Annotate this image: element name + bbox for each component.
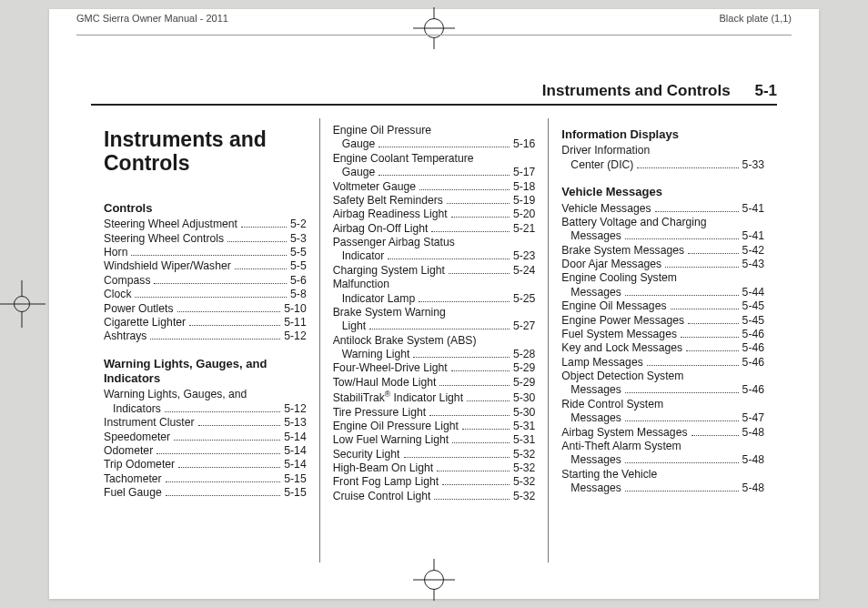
toc-entry-page: 5-17 xyxy=(513,166,535,179)
toc-entry: Messages5-41 xyxy=(561,229,764,243)
toc-leader-dots xyxy=(177,303,281,312)
toc-entry-label: Vehicle Messages xyxy=(561,202,651,216)
toc-entry-page: 5-46 xyxy=(742,383,764,397)
toc-entry-label: Speedometer xyxy=(104,431,170,444)
toc-entry-label: Battery Voltage and Charging xyxy=(561,216,706,229)
toc-entry-label: Indicator xyxy=(333,249,385,263)
toc-entry-label: Gauge xyxy=(333,166,376,179)
toc-entry: Gauge5-16 xyxy=(333,137,536,151)
toc-entry-page: 5-14 xyxy=(284,431,306,444)
toc-entry-page: 5-19 xyxy=(513,194,535,208)
toc-section-heading: Warning Lights, Gauges, and Indicators xyxy=(104,357,307,387)
toc-entry-label: Airbag On-Off Light xyxy=(333,222,429,236)
toc-entry-page: 5-10 xyxy=(284,302,306,316)
toc-entry-page: 5-6 xyxy=(290,274,307,288)
toc-entry: Steering Wheel Adjustment5-2 xyxy=(104,218,307,231)
toc-entry-label: Messages xyxy=(561,286,621,299)
toc-entry-label: Low Fuel Warning Light xyxy=(333,433,449,447)
toc-entry-label: Instrument Cluster xyxy=(104,416,195,430)
toc-entry-label: Antilock Brake System (ABS) xyxy=(333,334,477,348)
toc-leader-dots xyxy=(688,245,738,254)
toc-entry: Instrument Cluster5-13 xyxy=(104,416,307,430)
toc-entry-page: 5-30 xyxy=(513,391,535,405)
registration-mark-bottom xyxy=(413,559,455,601)
toc-leader-dots xyxy=(447,195,510,204)
toc-entry: Warning Light5-28 xyxy=(333,348,536,361)
toc-entry: Airbag Readiness Light5-20 xyxy=(333,208,536,221)
toc-entry: Driver Information xyxy=(561,144,764,157)
toc-leader-dots xyxy=(150,331,280,340)
toc-entry: Messages5-48 xyxy=(561,481,764,495)
toc-leader-dots xyxy=(388,251,510,260)
toc-entry-label: Messages xyxy=(561,481,621,495)
toc-entry-label: Fuel Gauge xyxy=(104,486,162,500)
toc-entry: Ashtrays5-12 xyxy=(104,329,307,343)
toc-entry: Vehicle Messages5-41 xyxy=(561,202,764,216)
toc-leader-dots xyxy=(625,455,739,464)
toc-entry: Speedometer5-14 xyxy=(104,431,307,444)
toc-entry: Steering Wheel Controls5-3 xyxy=(104,232,307,246)
toc-leader-dots xyxy=(671,300,739,309)
toc-entry-label: Horn xyxy=(104,246,127,259)
toc-leader-dots xyxy=(434,491,510,500)
toc-entry-label: Brake System Messages xyxy=(561,244,684,258)
toc-leader-dots xyxy=(429,407,510,416)
toc-entry-label: Gauge xyxy=(333,137,376,151)
toc-entry: Antilock Brake System (ABS) xyxy=(333,334,536,348)
toc-entry-page: 5-41 xyxy=(742,229,764,243)
toc-entry: Clock5-8 xyxy=(104,288,307,301)
toc-section-heading: Vehicle Messages xyxy=(561,185,764,199)
toc-entry-page: 5-28 xyxy=(513,348,535,361)
toc-entry-label: Steering Wheel Controls xyxy=(104,232,224,246)
toc-entry-page: 5-42 xyxy=(742,244,764,258)
toc-entry: Cruise Control Light5-32 xyxy=(333,490,536,503)
toc-entry-label: Driver Information xyxy=(561,144,650,157)
toc-entry-page: 5-41 xyxy=(742,202,764,216)
toc-leader-dots xyxy=(419,181,510,190)
toc-entry: Tire Pressure Light5-30 xyxy=(333,406,536,420)
toc-entry: Light5-27 xyxy=(333,319,536,333)
toc-leader-dots xyxy=(404,449,510,458)
toc-entry-label: Messages xyxy=(561,383,621,397)
toc-entry: Charging System Light5-24 xyxy=(333,264,536,278)
toc-entry: Engine Oil Messages5-45 xyxy=(561,299,764,313)
toc-entry-page: 5-48 xyxy=(742,481,764,495)
toc-entry-label: Power Outlets xyxy=(104,302,174,316)
toc-entry: Front Fog Lamp Light5-32 xyxy=(333,475,536,489)
toc-entry-label: Four-Wheel-Drive Light xyxy=(333,361,448,375)
toc-leader-dots xyxy=(452,435,510,444)
manual-page: GMC Sierra Owner Manual - 2011 Black pla… xyxy=(49,9,819,599)
toc-leader-dots xyxy=(413,349,510,358)
toc-entry-page: 5-31 xyxy=(513,420,535,433)
toc-entry-label: Cigarette Lighter xyxy=(104,316,186,329)
toc-entry: Passenger Airbag Status xyxy=(333,236,536,249)
toc-entry: Tachometer5-15 xyxy=(104,472,307,486)
toc-section-heading: Information Displays xyxy=(561,127,764,142)
toc-entry-page: 5-23 xyxy=(513,249,535,263)
toc-leader-dots xyxy=(665,258,739,268)
toc-column-3: Information DisplaysDriver InformationCe… xyxy=(548,118,777,562)
toc-entry-page: 5-45 xyxy=(742,299,764,313)
toc-entry-page: 5-30 xyxy=(513,406,535,420)
toc-leader-dots xyxy=(686,343,738,352)
toc-leader-dots xyxy=(625,287,739,296)
toc-entry: Ride Control System xyxy=(561,398,764,411)
toc-entry: Anti-Theft Alarm System xyxy=(561,440,764,453)
toc-entry: Voltmeter Gauge5-18 xyxy=(333,180,536,194)
registration-mark-top xyxy=(413,7,455,49)
toc-entry: Fuel Gauge5-15 xyxy=(104,486,307,500)
toc-entry-label: Trip Odometer xyxy=(104,458,175,471)
toc-leader-dots xyxy=(437,462,510,471)
toc-entry: Key and Lock Messages5-46 xyxy=(561,341,764,355)
toc-entry-label: Tachometer xyxy=(104,472,162,486)
toc-entry-page: 5-12 xyxy=(284,329,306,343)
toc-entry-label: Safety Belt Reminders xyxy=(333,194,443,208)
toc-entry: Horn5-5 xyxy=(104,246,307,259)
toc-column-1: Instruments and Controls ControlsSteerin… xyxy=(91,118,319,562)
chapter-title: Instruments and Controls xyxy=(104,127,307,176)
toc-entry-label: StabiliTrak® Indicator Light xyxy=(333,390,463,405)
toc-entry-page: 5-25 xyxy=(513,292,535,306)
toc-leader-dots xyxy=(625,231,739,240)
toc-leader-dots xyxy=(625,482,739,491)
toc-entry: Battery Voltage and Charging xyxy=(561,216,764,229)
